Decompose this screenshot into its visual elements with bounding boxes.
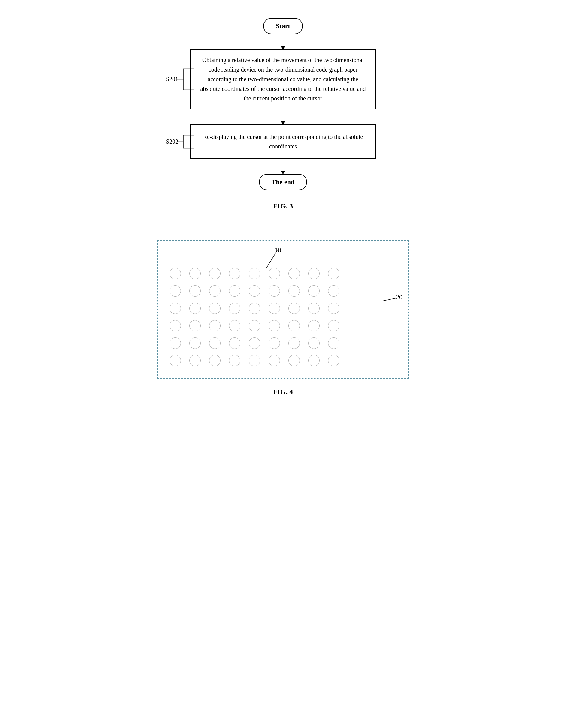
s201-process-box: Obtaining a relative value of the moveme… bbox=[190, 49, 376, 109]
circle-dot bbox=[308, 320, 320, 331]
circle-dot bbox=[169, 320, 181, 331]
s201-text: Obtaining a relative value of the moveme… bbox=[200, 57, 366, 102]
circles-row bbox=[169, 355, 400, 366]
arrow-1 bbox=[283, 34, 283, 49]
circle-dot bbox=[209, 285, 220, 297]
arrow-2 bbox=[283, 109, 283, 124]
fig4-caption: FIG. 4 bbox=[273, 388, 293, 396]
end-oval: The end bbox=[259, 174, 307, 190]
circle-dot bbox=[229, 303, 240, 314]
circle-dot bbox=[268, 285, 280, 297]
circles-row bbox=[169, 303, 400, 314]
s202-label: S202 bbox=[166, 138, 178, 145]
fig3-container: Start S201 Obtaining a relative value of… bbox=[148, 18, 418, 210]
start-label: Start bbox=[276, 22, 290, 30]
s201-bracket-icon bbox=[177, 67, 195, 91]
circle-dot bbox=[249, 303, 260, 314]
circle-dot bbox=[249, 355, 260, 366]
circle-dot bbox=[229, 268, 240, 279]
s202-process-box: Re-displaying the cursor at the point co… bbox=[190, 124, 376, 159]
circle-dot bbox=[249, 337, 260, 349]
circle-dot bbox=[209, 303, 220, 314]
circle-dot bbox=[308, 285, 320, 297]
circle-dot bbox=[249, 268, 260, 279]
circle-dot bbox=[328, 355, 340, 366]
circle-dot bbox=[308, 303, 320, 314]
label-10: 10 bbox=[274, 246, 281, 254]
s202-row: S202 Re-displaying the cursor at the poi… bbox=[148, 124, 418, 159]
circle-dot bbox=[169, 355, 181, 366]
circles-row bbox=[169, 285, 400, 297]
s201-label: S201 bbox=[166, 76, 178, 83]
circles-row bbox=[169, 337, 400, 349]
arrow-3 bbox=[283, 159, 283, 174]
s201-row: S201 Obtaining a relative value of the m… bbox=[148, 49, 418, 109]
flowchart: Start S201 Obtaining a relative value of… bbox=[148, 18, 418, 190]
circle-dot bbox=[189, 268, 201, 279]
circle-dot bbox=[189, 320, 201, 331]
circle-dot bbox=[169, 303, 181, 314]
circle-dot bbox=[209, 355, 220, 366]
circle-dot bbox=[249, 320, 260, 331]
circles-row bbox=[169, 268, 400, 279]
end-label: The end bbox=[271, 178, 295, 186]
circle-dot bbox=[289, 285, 300, 297]
circle-dot bbox=[328, 337, 340, 349]
circle-dot bbox=[268, 355, 280, 366]
circle-dot bbox=[209, 268, 220, 279]
fig4-diagram: 10 20 bbox=[157, 240, 409, 379]
circle-dot bbox=[289, 320, 300, 331]
circle-dot bbox=[328, 268, 340, 279]
circle-dot bbox=[268, 303, 280, 314]
circle-dot bbox=[169, 268, 181, 279]
s202-text: Re-displaying the cursor at the point co… bbox=[203, 133, 363, 150]
start-oval: Start bbox=[263, 18, 303, 34]
circle-dot bbox=[229, 355, 240, 366]
fig4-container: 10 20 FIG. 4 bbox=[148, 240, 418, 396]
circle-dot bbox=[289, 337, 300, 349]
circle-dot bbox=[289, 303, 300, 314]
circle-dot bbox=[249, 285, 260, 297]
circle-dot bbox=[209, 320, 220, 331]
circle-dot bbox=[189, 355, 201, 366]
circle-dot bbox=[229, 320, 240, 331]
circle-dot bbox=[209, 337, 220, 349]
circle-dot bbox=[268, 268, 280, 279]
circle-dot bbox=[169, 285, 181, 297]
circle-dot bbox=[229, 337, 240, 349]
circle-dot bbox=[308, 268, 320, 279]
circle-dot bbox=[308, 355, 320, 366]
fig3-caption-text: FIG. 3 bbox=[273, 202, 293, 210]
circle-dot bbox=[189, 337, 201, 349]
circles-grid bbox=[169, 268, 400, 366]
circle-dot bbox=[289, 268, 300, 279]
circle-dot bbox=[268, 337, 280, 349]
circle-dot bbox=[189, 303, 201, 314]
circles-row bbox=[169, 320, 400, 331]
label-20: 20 bbox=[396, 293, 403, 301]
circle-dot bbox=[328, 285, 340, 297]
s202-bracket-icon bbox=[177, 133, 195, 151]
circle-dot bbox=[308, 337, 320, 349]
fig4-caption-text: FIG. 4 bbox=[273, 388, 293, 396]
circle-dot bbox=[328, 303, 340, 314]
circle-dot bbox=[229, 285, 240, 297]
circle-dot bbox=[268, 320, 280, 331]
circle-dot bbox=[289, 355, 300, 366]
circle-dot bbox=[328, 320, 340, 331]
fig3-caption: FIG. 3 bbox=[273, 202, 293, 210]
circle-dot bbox=[169, 337, 181, 349]
circle-dot bbox=[189, 285, 201, 297]
